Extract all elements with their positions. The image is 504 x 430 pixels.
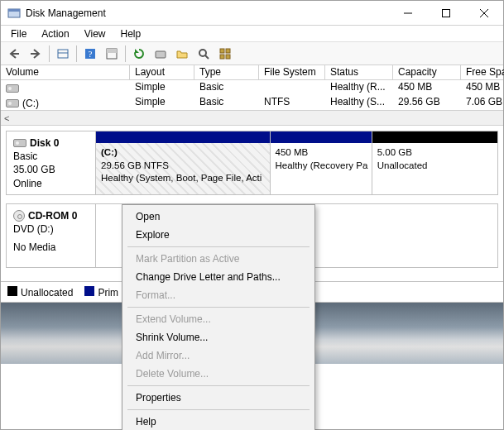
minimize-button[interactable] — [389, 1, 427, 25]
partition-recovery[interactable]: 450 MB Healthy (Recovery Pa — [271, 131, 372, 194]
ctx-separator — [127, 246, 310, 247]
refresh-icon — [132, 47, 146, 60]
volume-fs — [259, 80, 325, 95]
legend-unallocated: Unallocated — [7, 286, 73, 299]
arrow-left-icon — [7, 47, 21, 60]
partition-status: Unallocated — [377, 160, 492, 173]
volume-name: (C:) — [22, 98, 39, 109]
close-button[interactable] — [465, 1, 503, 25]
col-volume[interactable]: Volume — [1, 65, 130, 79]
ctx-separator — [127, 409, 310, 410]
col-status[interactable]: Status — [325, 65, 393, 79]
toolbar-separator — [49, 45, 50, 62]
col-free-space[interactable]: Free Spa... — [461, 65, 504, 79]
attach-vhd-button[interactable] — [172, 45, 192, 63]
rescan-disks-button[interactable] — [194, 45, 214, 63]
ctx-separator — [127, 385, 310, 386]
partition-cap — [96, 131, 270, 143]
disk-0-partitions: (C:) 29.56 GB NTFS Healthy (System, Boot… — [96, 131, 497, 194]
volume-type: Basic — [194, 95, 259, 110]
menubar: File Action View Help — [1, 26, 503, 42]
svg-rect-15 — [220, 49, 224, 53]
svg-rect-11 — [107, 49, 117, 53]
disk-name: Disk 0 — [30, 136, 59, 150]
volume-row[interactable]: Simple Basic Healthy (R... 450 MB 450 MB — [1, 80, 503, 95]
volume-layout: Simple — [130, 95, 194, 110]
back-button[interactable] — [4, 45, 24, 63]
menu-help[interactable]: Help — [114, 26, 148, 41]
layout-top-icon — [105, 47, 118, 60]
help-button[interactable]: ? — [80, 45, 100, 63]
ctx-format: Format... — [124, 286, 313, 304]
minimize-icon — [403, 8, 413, 18]
ctx-properties[interactable]: Properties — [124, 389, 313, 407]
disk-0-label[interactable]: Disk 0 Basic 35.00 GB Online — [7, 131, 96, 194]
svg-rect-3 — [443, 9, 450, 17]
volume-name-cell — [1, 80, 130, 95]
svg-rect-1 — [8, 9, 20, 12]
partition-status: Healthy (System, Boot, Page File, Acti — [101, 172, 265, 185]
ctx-shrink-volume[interactable]: Shrink Volume... — [124, 328, 313, 346]
volume-list: Volume Layout Type File System Status Ca… — [1, 65, 503, 111]
horizontal-scrollbar[interactable]: < — [1, 111, 503, 126]
svg-line-14 — [205, 55, 209, 59]
window-title: Disk Management — [26, 7, 389, 19]
ctx-separator — [127, 307, 310, 308]
volume-row[interactable]: (C:) Simple Basic NTFS Healthy (S... 29.… — [1, 95, 503, 110]
col-type[interactable]: Type — [194, 65, 259, 79]
volume-capacity: 450 MB — [393, 80, 461, 95]
partition-unallocated[interactable]: 5.00 GB Unallocated — [372, 131, 497, 194]
legend-unallocated-label: Unallocated — [21, 287, 73, 299]
partition-status: Healthy (Recovery Pa — [276, 160, 367, 173]
col-filesystem[interactable]: File System — [259, 65, 325, 79]
col-capacity[interactable]: Capacity — [393, 65, 461, 79]
col-layout[interactable]: Layout — [130, 65, 194, 79]
maximize-button[interactable] — [427, 1, 465, 25]
toolbar-separator — [125, 45, 126, 62]
refresh-button[interactable] — [129, 45, 149, 63]
disk-type: Basic — [13, 150, 89, 163]
folder-open-icon — [175, 47, 189, 60]
partition-cap — [372, 131, 497, 143]
volume-free: 7.06 GB — [461, 95, 504, 110]
create-vhd-button[interactable] — [151, 45, 170, 63]
volume-icon — [6, 84, 19, 93]
disk-size: 35.00 GB — [13, 163, 89, 176]
volume-fs: NTFS — [259, 95, 325, 110]
all-tasks-button[interactable] — [215, 45, 235, 63]
menu-action[interactable]: Action — [35, 26, 75, 41]
partition-size: 29.56 GB NTFS — [101, 160, 265, 173]
panel-icon — [56, 47, 70, 60]
settings-top-button[interactable] — [102, 45, 122, 63]
disk-management-window: Disk Management File Action View Help ? — [0, 0, 504, 430]
ctx-open[interactable]: Open — [124, 208, 313, 226]
window-controls — [389, 1, 503, 25]
disk-0-row: Disk 0 Basic 35.00 GB Online (C:) 29.56 … — [6, 131, 498, 195]
svg-rect-17 — [220, 55, 224, 59]
tasks-icon — [218, 47, 232, 60]
cdrom-label[interactable]: CD-ROM 0 DVD (D:) No Media — [7, 204, 96, 267]
toolbar-separator — [76, 45, 77, 62]
volume-icon — [6, 99, 19, 108]
help-icon: ? — [84, 47, 97, 60]
disk-icon — [154, 47, 167, 60]
ctx-help[interactable]: Help — [124, 413, 313, 430]
svg-rect-12 — [156, 51, 166, 58]
ctx-explore[interactable]: Explore — [124, 226, 313, 244]
partition-c[interactable]: (C:) 29.56 GB NTFS Healthy (System, Boot… — [96, 131, 271, 194]
forward-button[interactable] — [26, 45, 46, 63]
show-hide-console-button[interactable] — [53, 45, 73, 63]
menu-file[interactable]: File — [4, 26, 33, 41]
disk-state: Online — [13, 177, 89, 190]
volume-status: Healthy (R... — [325, 80, 393, 95]
menu-view[interactable]: View — [78, 26, 113, 41]
ctx-change-drive-letter[interactable]: Change Drive Letter and Paths... — [124, 268, 313, 286]
volume-status: Healthy (S... — [325, 95, 393, 110]
cdrom-state: No Media — [13, 241, 89, 254]
scroll-left-hint: < — [4, 113, 9, 123]
legend-primary-label: Prim — [98, 287, 118, 299]
titlebar[interactable]: Disk Management — [1, 1, 503, 26]
context-menu: Open Explore Mark Partition as Active Ch… — [122, 204, 315, 430]
disk-icon — [13, 139, 26, 147]
ctx-extend-volume: Extend Volume... — [124, 310, 313, 328]
